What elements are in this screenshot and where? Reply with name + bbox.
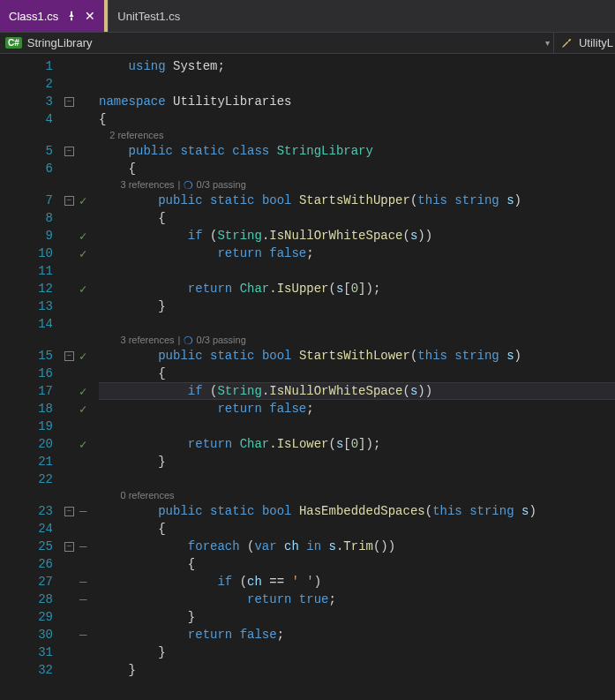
code-editor[interactable]: 1 2 3 4 5 6 7 8 9 10 11 12 13 14 15 16 1… [0, 54, 615, 700]
code-line: { [99, 365, 615, 382]
code-line: } [99, 608, 615, 626]
test-pass-icon: ✓ [79, 402, 86, 417]
pin-icon[interactable] [65, 10, 78, 22]
nav-right-label: UtilityL [579, 36, 613, 49]
code-line: { [99, 555, 615, 573]
test-pass-icon: ✓ [79, 384, 86, 399]
line-numbers: 1 2 3 4 5 6 7 8 9 10 11 12 13 14 15 16 1… [0, 54, 60, 700]
code-line [99, 315, 615, 333]
nav-left-label: StringLibrary [27, 36, 93, 49]
fold-toggle-icon[interactable]: − [64, 507, 74, 516]
test-status-icon: ❍ [184, 335, 193, 347]
code-line: if (ch == ' ') [99, 573, 615, 591]
fold-toggle-icon[interactable]: − [64, 147, 74, 156]
code-line: } [99, 453, 615, 470]
test-pass-icon: ✓ [79, 349, 86, 364]
code-line: return true; [99, 591, 615, 608]
code-line: public static bool StartsWithLower(this … [99, 347, 615, 365]
tab-label: Class1.cs [9, 10, 58, 23]
test-pass-icon: ✓ [79, 437, 86, 452]
code-line: return false; [99, 245, 615, 262]
no-coverage-icon: — [79, 628, 86, 642]
nav-left-dropdown[interactable]: C# StringLibrary [0, 33, 543, 53]
csharp-badge-icon: C# [5, 37, 22, 49]
test-pass-icon: ✓ [79, 282, 86, 297]
fold-toggle-icon[interactable]: − [64, 542, 74, 552]
no-coverage-icon: — [79, 592, 86, 606]
code-line: if (String.IsNullOrWhiteSpace(s)) [99, 227, 615, 245]
codelens[interactable]: 2 references [99, 128, 615, 142]
code-line: public static bool StartsWithUpper(this … [99, 192, 615, 209]
close-icon[interactable]: ✕ [85, 10, 95, 22]
nav-right-dropdown[interactable]: UtilityL [553, 33, 615, 53]
code-line: return false; [99, 400, 615, 418]
fold-column: − − − − − − [60, 54, 78, 700]
code-line [99, 470, 615, 488]
no-coverage-icon: — [79, 575, 86, 589]
code-line [99, 262, 615, 280]
no-coverage-icon: — [79, 539, 86, 553]
code-line: public static class StringLibrary [99, 142, 615, 160]
code-line: { [99, 110, 615, 128]
code-line: if (String.IsNullOrWhiteSpace(s)) [99, 382, 615, 400]
fold-toggle-icon[interactable]: − [64, 196, 74, 206]
code-line: public static bool HasEmbeddedSpaces(thi… [99, 502, 615, 520]
code-line [99, 75, 615, 93]
code-line: return Char.IsUpper(s[0]); [99, 280, 615, 297]
code-line: return Char.IsLower(s[0]); [99, 435, 615, 453]
test-pass-icon: ✓ [79, 193, 86, 208]
chevron-down-icon[interactable]: ▾ [543, 38, 553, 48]
code-line: foreach (var ch in s.Trim()) [99, 538, 615, 555]
fold-toggle-icon[interactable]: − [64, 97, 74, 107]
codelens[interactable]: 3 references|❍ 0/3 passing [99, 333, 615, 347]
code-line: namespace UtilityLibraries [99, 93, 615, 110]
marker-column: ✓ ✓ ✓ ✓ ✓ ✓ ✓ ✓ — — — — — [78, 54, 99, 700]
navigation-bar: C# StringLibrary ▾ UtilityL [0, 33, 615, 54]
test-pass-icon: ✓ [79, 229, 86, 244]
code-line: return false; [99, 626, 615, 644]
code-line: { [99, 520, 615, 538]
code-line: } [99, 661, 615, 679]
no-coverage-icon: — [79, 504, 86, 518]
tab-unittest1[interactable]: UnitTest1.cs [108, 0, 189, 32]
code-text-area[interactable]: using System; namespace UtilityLibraries… [99, 54, 615, 700]
code-line: { [99, 209, 615, 227]
code-line [99, 418, 615, 435]
fold-toggle-icon[interactable]: − [64, 351, 74, 361]
test-status-icon: ❍ [184, 179, 193, 192]
codelens[interactable]: 0 references [99, 488, 615, 502]
codelens[interactable]: 3 references|❍ 0/3 passing [99, 177, 615, 192]
tabs-bar: Class1.cs ✕ UnitTest1.cs [0, 0, 615, 33]
tab-class1[interactable]: Class1.cs ✕ [0, 0, 104, 32]
test-pass-icon: ✓ [79, 246, 86, 261]
code-line: } [99, 297, 615, 315]
wrench-icon [559, 36, 574, 50]
tab-label: UnitTest1.cs [117, 10, 180, 23]
code-line: using System; [99, 57, 615, 75]
code-line: { [99, 160, 615, 177]
code-line: } [99, 644, 615, 661]
